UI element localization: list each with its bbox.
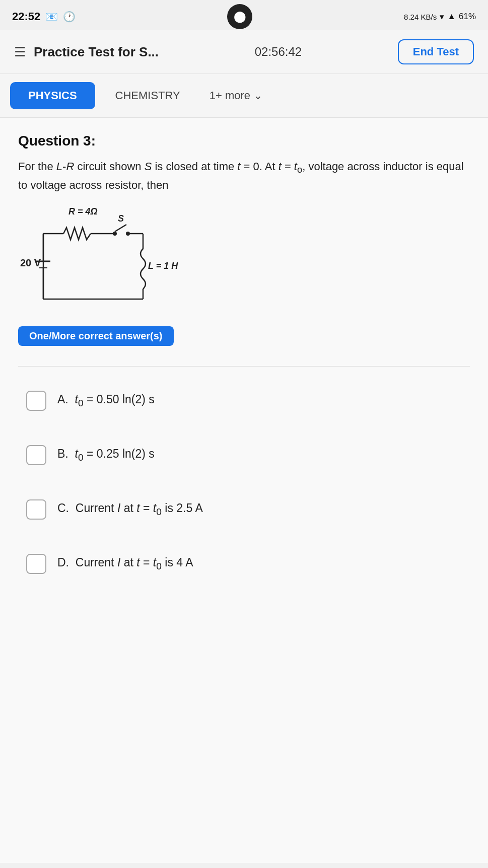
svg-text:L = 1 H: L = 1 H: [148, 261, 178, 271]
svg-line-4: [115, 225, 126, 232]
checkbox-b[interactable]: [26, 445, 46, 465]
option-b-text: B. t0 = 0.25 ln(2) s: [57, 445, 155, 465]
svg-text:R = 4Ω: R = 4Ω: [68, 206, 98, 216]
divider: [18, 366, 470, 367]
checkbox-d[interactable]: [26, 554, 46, 574]
option-c[interactable]: C. Current I at t = t0 is 2.5 A: [18, 487, 470, 532]
question-text: For the L-R circuit shown S is closed at…: [18, 158, 470, 193]
option-b[interactable]: B. t0 = 0.25 ln(2) s: [18, 433, 470, 477]
time-display: 22:52: [12, 10, 40, 23]
svg-text:20 V: 20 V: [20, 257, 41, 268]
tab-bar: PHYSICS CHEMISTRY 1+ more ⌄: [0, 74, 488, 118]
circuit-diagram: R = 4Ω S L = 1 H: [18, 203, 470, 314]
status-indicators: 8.24 KB/s ▾ ▲ 61%: [404, 12, 476, 22]
app-title: Practice Test for S...: [34, 44, 159, 60]
answer-type-badge: One/More correct answer(s): [18, 326, 470, 361]
option-d[interactable]: D. Current I at t = t0 is 4 A: [18, 542, 470, 586]
tab-physics[interactable]: PHYSICS: [10, 82, 95, 109]
message-icon: 📧: [45, 11, 58, 23]
wifi-icon: ▾: [440, 12, 444, 22]
tab-chemistry[interactable]: CHEMISTRY: [101, 82, 194, 109]
svg-text:S: S: [118, 213, 124, 224]
signal-icon: ▲: [447, 12, 456, 22]
checkbox-c[interactable]: [26, 499, 46, 520]
option-c-text: C. Current I at t = t0 is 2.5 A: [57, 499, 203, 519]
timer-display: 02:56:42: [255, 45, 302, 59]
option-a[interactable]: A. t0 = 0.50 ln(2) s: [18, 379, 470, 423]
option-d-text: D. Current I at t = t0 is 4 A: [57, 554, 193, 573]
header-left: ☰ Practice Test for S...: [14, 44, 159, 60]
svg-point-3: [113, 232, 117, 236]
app-header: ☰ Practice Test for S... 02:56:42 End Te…: [0, 30, 488, 74]
battery-display: 61%: [459, 12, 476, 22]
chevron-down-icon: ⌄: [253, 89, 262, 102]
status-time: 22:52 📧 🕐: [12, 10, 76, 23]
option-a-text: A. t0 = 0.50 ln(2) s: [57, 391, 155, 410]
answer-badge-label: One/More correct answer(s): [18, 326, 174, 346]
hamburger-icon[interactable]: ☰: [14, 44, 26, 60]
network-speed: 8.24 KB/s: [404, 13, 437, 21]
camera-icon: ⬤: [227, 4, 252, 29]
tab-more-label: 1+ more: [210, 89, 250, 102]
circuit-svg: R = 4Ω S L = 1 H: [18, 203, 189, 314]
main-content: Question 3: For the L-R circuit shown S …: [0, 118, 488, 863]
tab-more[interactable]: 1+ more ⌄: [200, 82, 271, 109]
status-bar: 22:52 📧 🕐 ⬤ 8.24 KB/s ▾ ▲ 61%: [0, 0, 488, 30]
alarm-icon: 🕐: [63, 11, 76, 23]
end-test-button[interactable]: End Test: [398, 39, 474, 64]
question-title: Question 3:: [18, 133, 470, 149]
checkbox-a[interactable]: [26, 391, 46, 411]
